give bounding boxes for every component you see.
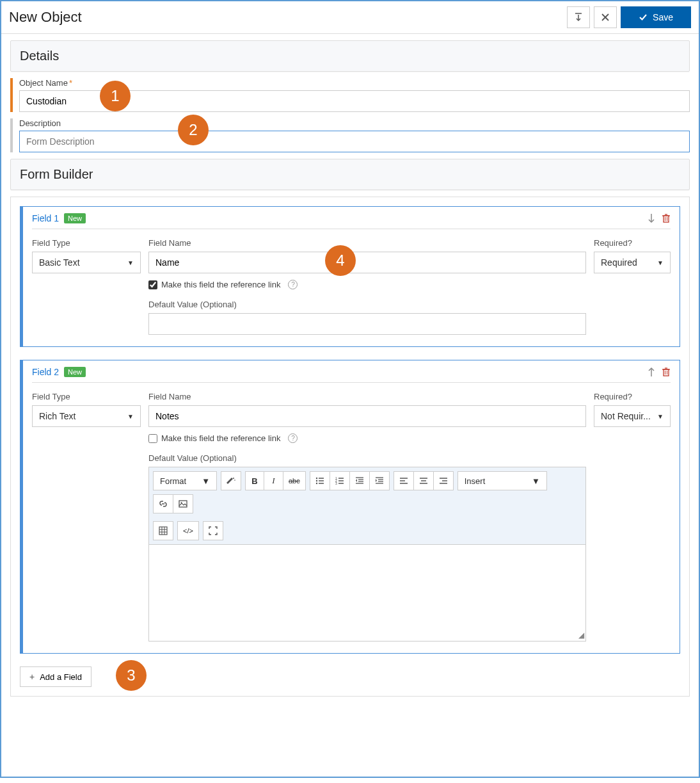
reference-link-label: Make this field the reference link bbox=[161, 433, 280, 443]
clear-formatting-button[interactable] bbox=[221, 471, 241, 490]
table-button[interactable] bbox=[153, 521, 173, 540]
align-center-icon bbox=[419, 476, 428, 485]
svg-rect-11 bbox=[664, 369, 669, 376]
callout-1: 1 bbox=[100, 81, 131, 111]
required-star-icon: * bbox=[69, 78, 72, 88]
help-icon[interactable]: ? bbox=[288, 280, 298, 289]
field-card: Field 2 New bbox=[20, 360, 680, 654]
help-icon[interactable]: ? bbox=[288, 433, 298, 443]
reference-link-checkbox[interactable] bbox=[148, 280, 157, 289]
svg-point-17 bbox=[234, 480, 235, 481]
resize-handle-icon[interactable]: ◢ bbox=[578, 631, 584, 640]
caret-down-icon: ▼ bbox=[127, 413, 134, 420]
link-button[interactable] bbox=[153, 494, 173, 513]
delete-field-button[interactable] bbox=[662, 367, 671, 377]
save-label: Save bbox=[653, 12, 673, 22]
import-button[interactable] bbox=[567, 6, 590, 28]
bullet-list-icon bbox=[315, 476, 324, 485]
callout-4: 4 bbox=[325, 245, 356, 276]
default-value-input[interactable] bbox=[148, 313, 586, 335]
align-left-button[interactable] bbox=[394, 471, 414, 490]
fullscreen-button[interactable] bbox=[203, 521, 223, 540]
default-value-label: Default Value (Optional) bbox=[148, 453, 586, 463]
delete-field-button[interactable] bbox=[662, 213, 671, 223]
format-select[interactable]: Format ▼ bbox=[153, 471, 217, 490]
form-builder-container: Field 1 New bbox=[10, 197, 690, 697]
field-name-input[interactable] bbox=[148, 252, 586, 273]
caret-down-icon: ▼ bbox=[127, 259, 134, 266]
bold-button[interactable]: B bbox=[245, 471, 264, 490]
field-type-label: Field Type bbox=[32, 392, 141, 401]
check-icon bbox=[639, 13, 648, 22]
code-icon: </> bbox=[183, 527, 193, 535]
caret-down-icon: ▼ bbox=[202, 476, 210, 486]
add-field-label: Add a Field bbox=[40, 672, 82, 682]
trash-icon bbox=[662, 213, 671, 223]
align-left-icon bbox=[399, 476, 408, 485]
strikethrough-button[interactable]: abc bbox=[283, 471, 306, 490]
page-title: New Object bbox=[9, 9, 82, 26]
indent-icon bbox=[375, 476, 384, 485]
arrow-up-icon bbox=[648, 367, 655, 377]
callout-3: 3 bbox=[116, 660, 147, 691]
required-value: Not Requir... bbox=[601, 411, 651, 421]
form-builder-section-header: Form Builder bbox=[10, 159, 690, 190]
default-value-label: Default Value (Optional) bbox=[148, 300, 586, 309]
field-type-select[interactable]: Basic Text ▼ bbox=[32, 252, 141, 273]
reference-link-checkbox[interactable] bbox=[148, 434, 157, 443]
outdent-icon bbox=[355, 476, 364, 485]
field-title: Field 1 bbox=[32, 213, 59, 223]
code-view-button[interactable]: </> bbox=[177, 521, 199, 540]
svg-marker-34 bbox=[356, 479, 357, 482]
insert-select[interactable]: Insert ▼ bbox=[457, 471, 547, 490]
insert-label: Insert bbox=[465, 476, 486, 486]
svg-point-16 bbox=[233, 478, 234, 479]
description-label: Description bbox=[19, 118, 690, 128]
field-title: Field 2 bbox=[32, 367, 59, 377]
field-card: Field 1 New bbox=[20, 206, 680, 347]
svg-point-18 bbox=[316, 478, 317, 479]
required-select[interactable]: Required ▼ bbox=[594, 252, 671, 273]
close-button[interactable] bbox=[594, 6, 617, 28]
download-icon bbox=[574, 13, 583, 22]
magic-wand-icon bbox=[227, 476, 235, 485]
editor-body[interactable]: ◢ bbox=[149, 545, 585, 641]
field-name-input[interactable] bbox=[148, 405, 586, 427]
description-input[interactable] bbox=[19, 131, 690, 152]
caret-down-icon: ▼ bbox=[532, 476, 540, 486]
svg-rect-51 bbox=[159, 527, 167, 535]
indent-button[interactable] bbox=[370, 471, 390, 490]
numbered-list-button[interactable]: 123 bbox=[330, 471, 350, 490]
new-badge: New bbox=[64, 367, 86, 377]
required-label: Required? bbox=[594, 392, 671, 401]
reference-link-label: Make this field the reference link bbox=[161, 280, 280, 289]
trash-icon bbox=[662, 367, 671, 377]
svg-point-20 bbox=[316, 480, 317, 481]
bullet-list-button[interactable] bbox=[310, 471, 330, 490]
save-button[interactable]: Save bbox=[621, 6, 691, 28]
align-right-button[interactable] bbox=[434, 471, 454, 490]
required-select[interactable]: Not Requir... ▼ bbox=[594, 405, 671, 427]
bold-icon: B bbox=[251, 476, 257, 486]
svg-rect-49 bbox=[179, 501, 187, 507]
field-type-select[interactable]: Rich Text ▼ bbox=[32, 405, 141, 427]
move-down-button[interactable] bbox=[648, 213, 655, 223]
new-badge: New bbox=[64, 213, 86, 223]
numbered-list-icon: 123 bbox=[335, 476, 344, 485]
fullscreen-icon bbox=[209, 526, 218, 535]
required-label: Required? bbox=[594, 238, 671, 248]
align-center-button[interactable] bbox=[414, 471, 434, 490]
format-label: Format bbox=[160, 476, 186, 486]
move-up-button[interactable] bbox=[648, 367, 655, 377]
svg-point-22 bbox=[316, 483, 317, 484]
details-section-header: Details bbox=[10, 40, 690, 72]
italic-button[interactable]: I bbox=[264, 471, 283, 490]
outdent-button[interactable] bbox=[350, 471, 370, 490]
rich-text-editor: Format ▼ B bbox=[148, 467, 586, 642]
image-button[interactable] bbox=[173, 494, 193, 513]
italic-icon: I bbox=[272, 476, 274, 486]
add-field-button[interactable]: + Add a Field bbox=[20, 666, 91, 687]
field-name-label: Field Name bbox=[148, 238, 586, 248]
table-icon bbox=[159, 526, 168, 535]
plus-icon: + bbox=[29, 672, 35, 682]
